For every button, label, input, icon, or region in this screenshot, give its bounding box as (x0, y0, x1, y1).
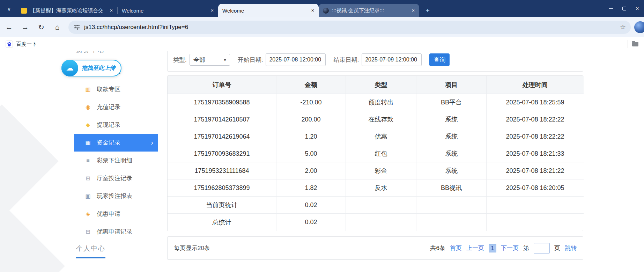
other-bookmarks-folder-icon[interactable] (632, 42, 638, 46)
tab-search-icon[interactable]: ∨ (4, 4, 14, 14)
forward-icon[interactable]: → (18, 20, 32, 34)
table-summary-row-page: 当前页统计 0.02 (168, 197, 583, 214)
main-content: 类型: 全部 ▾ 开始日期: 结束日期: 查询 订单号 金额 类型 项目 处理时… (167, 51, 583, 272)
total-count-text: 共6条 (430, 244, 445, 252)
table-cell: 1.20 (276, 128, 346, 145)
sidebar-item-recharge-record[interactable]: ◉ 充值记录 (74, 98, 158, 116)
tab-close-icon[interactable]: × (108, 7, 114, 14)
current-page-indicator[interactable]: 1 (489, 244, 496, 252)
new-tab-icon[interactable]: + (423, 6, 432, 15)
reload-icon[interactable]: ↻ (34, 20, 48, 34)
tab-title: Welcome (222, 8, 306, 14)
table-cell: 额度转出 (346, 94, 416, 111)
first-page-link[interactable]: 首页 (450, 244, 462, 252)
sidebar-item-promo-apply[interactable]: ◈ 优惠申请 (74, 205, 158, 223)
table-cell: 1.82 (276, 179, 346, 197)
funds-record-table: 订单号 金额 类型 项目 处理时间 1751970358909588 -210.… (167, 75, 583, 231)
table-cell: 1751953231111684 (168, 162, 276, 179)
table-cell (346, 214, 416, 231)
table-cell: 1751970093683291 (168, 145, 276, 162)
sidebar-item-hall-bet-record[interactable]: ⊞ 厅室投注记录 (74, 169, 158, 187)
table-header-cell: 项目 (416, 76, 487, 94)
sidebar-section-personal-center: 个人中心 (74, 244, 158, 258)
table-header-cell: 金额 (276, 76, 346, 94)
sidebar-item-label: 取款专区 (97, 85, 120, 93)
page-jump-input[interactable] (534, 243, 550, 253)
profile-avatar[interactable] (634, 21, 644, 33)
type-select[interactable]: 全部 ▾ (190, 54, 230, 66)
table-summary-row-total: 总统计 0.02 (168, 214, 583, 231)
end-date-input[interactable] (362, 53, 422, 66)
table-cell: 系统 (416, 128, 487, 145)
sidebar-item-label: 彩票下注明细 (97, 156, 132, 164)
table-row: 1751970093683291 5.00 红包 系统 2025-07-08 1… (168, 145, 583, 162)
player-bet-report-icon: ▣ (84, 193, 91, 199)
table-cell: 红包 (346, 145, 416, 162)
jump-button[interactable]: 跳转 (565, 244, 577, 252)
table-cell (416, 197, 487, 214)
home-icon[interactable]: ⌂ (50, 20, 64, 34)
start-date-label: 开始日期: (238, 56, 263, 64)
pagination-controls: 共6条 首页 上一页 1 下一页 第 页 跳转 (430, 243, 577, 253)
maximize-icon[interactable] (617, 0, 631, 17)
sidebar-item-announcements[interactable]: ◉ 消息公告 (74, 267, 158, 272)
section-title: 个人中心 (76, 244, 105, 258)
minimize-icon[interactable] (604, 0, 617, 17)
tab-video-records[interactable]: :::视讯 会员下注纪录::: × (319, 4, 419, 17)
hall-bet-record-icon: ⊞ (84, 175, 91, 182)
sidebar-item-label: 优惠申请记录 (97, 228, 132, 236)
table-cell: 200.00 (276, 111, 346, 128)
table-header-cell: 订单号 (168, 76, 276, 94)
pagination-bar: 每页显示20条 共6条 首页 上一页 1 下一页 第 页 跳转 (167, 236, 583, 260)
page-size-text: 每页显示20条 (174, 244, 210, 252)
drag-upload-overlay[interactable]: ☁ 拖拽至此上传 (61, 60, 121, 76)
sidebar-item-label: 优惠申请 (97, 210, 120, 218)
tab-forum[interactable]: 【新提醒】海燕策略论坛综合交 × (17, 4, 117, 17)
bookmark-baidu[interactable]: 百度一下 (6, 41, 37, 48)
sidebar-item-lottery-bet-detail[interactable]: ≡ 彩票下注明细 (74, 152, 158, 169)
back-icon[interactable]: ← (2, 20, 16, 34)
tab-close-icon[interactable]: × (410, 7, 416, 14)
prev-page-link[interactable]: 上一页 (466, 244, 484, 252)
tab-title: Welcome (122, 8, 206, 14)
address-bar[interactable]: js13.cc/hhcp/usercenter.html?iniType=6 ☆ (68, 21, 631, 34)
table-cell: 1751962805373899 (168, 179, 276, 197)
tab-title: 【新提醒】海燕策略论坛综合交 (30, 7, 105, 14)
sidebar-item-funds-record[interactable]: ▦ 资金记录 › (74, 134, 158, 152)
next-page-link[interactable]: 下一页 (501, 244, 519, 252)
tab-welcome-2-active[interactable]: Welcome × (218, 4, 319, 17)
tab-welcome-1[interactable]: Welcome × (118, 4, 218, 17)
sidebar-item-label: 玩家投注报表 (97, 192, 132, 200)
window-close-icon[interactable]: × (631, 0, 644, 17)
query-button[interactable]: 查询 (429, 53, 450, 66)
bookmarks-divider (628, 40, 628, 48)
cloud-upload-icon: ☁ (61, 60, 78, 76)
table-cell: 系统 (416, 145, 487, 162)
start-date-input[interactable] (266, 53, 326, 66)
tab-close-icon[interactable]: × (209, 7, 215, 14)
promo-apply-icon: ◈ (84, 211, 91, 217)
table-row: 1751970142610507 200.00 在线存款 系统 2025-07-… (168, 111, 583, 128)
sidebar-item-player-bet-report[interactable]: ▣ 玩家投注报表 (74, 187, 158, 205)
tab-strip: 【新提醒】海燕策略论坛综合交 × Welcome × Welcome × :::… (17, 4, 432, 17)
sidebar-item-promo-apply-record[interactable]: ⊟ 优惠申请记录 (74, 223, 158, 241)
table-cell: 1751970358909588 (168, 94, 276, 111)
site-settings-icon[interactable] (73, 24, 80, 31)
bookmark-star-icon[interactable]: ☆ (620, 23, 626, 31)
tab-close-icon[interactable]: × (310, 7, 316, 14)
table-cell: 当前页统计 (168, 197, 276, 214)
watermark-triangle (0, 199, 65, 272)
lottery-bet-detail-icon: ≡ (84, 157, 91, 164)
table-cell: 2025-07-08 18:21:22 (487, 162, 584, 179)
sidebar-item-withdraw-zone[interactable]: ▥ 取款专区 (74, 80, 158, 98)
table-cell: BB平台 (416, 94, 487, 111)
table-cell: 系统 (416, 111, 487, 128)
table-cell (416, 214, 487, 231)
video-favicon (323, 8, 329, 14)
table-cell: BB视讯 (416, 179, 487, 197)
withdraw-icon: ▥ (84, 86, 91, 93)
sidebar-item-cashout-record[interactable]: ◆ 提现记录 (74, 116, 158, 134)
bookmarks-bar: 百度一下 (0, 37, 644, 51)
chevron-down-icon: ▾ (224, 57, 226, 63)
page-viewport: 财务中心 ▤ 存款专区 ▥ 取款专区 ◉ 充值记录 ◆ 提现记录 ▦ 资金记录 … (0, 51, 644, 272)
